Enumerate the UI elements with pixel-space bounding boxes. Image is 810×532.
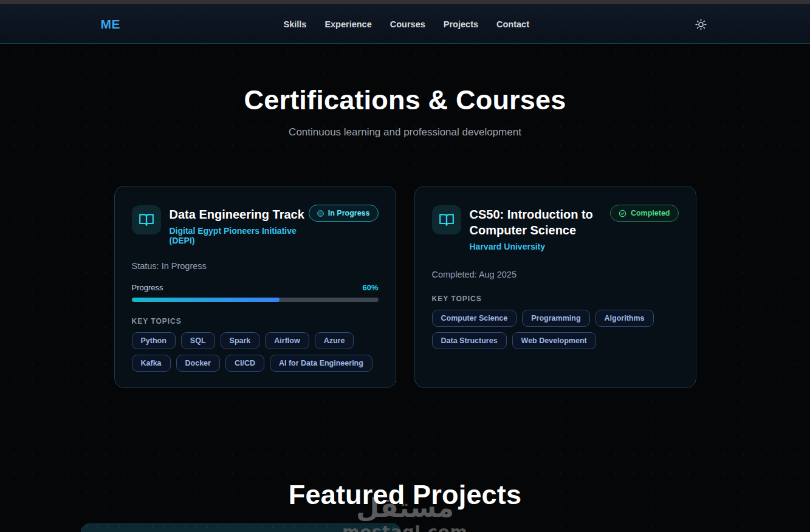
topic-chip: SQL: [181, 332, 215, 349]
card-organization: Digital Egypt Pioneers Initiative (DEPI): [170, 226, 309, 245]
topic-chip: Spark: [221, 332, 260, 349]
window-top-strip: [0, 0, 810, 5]
nav-links: Skills Experience Courses Projects Conta…: [283, 19, 529, 29]
status-text: Status: In Progress: [132, 261, 379, 271]
certification-cards-row: Data Engineering Track Digital Egypt Pio…: [114, 186, 696, 388]
certification-card-cs50: CS50: Introduction to Computer Science H…: [414, 186, 696, 388]
certifications-section: Certifications & Courses Continuous lear…: [0, 44, 810, 388]
theme-toggle-button[interactable]: [693, 16, 710, 33]
nav-link-projects[interactable]: Projects: [444, 19, 478, 29]
projects-section: مستقل mostaql.com Featured Projects: [0, 480, 810, 509]
nav-link-experience[interactable]: Experience: [324, 19, 371, 29]
card-title: CS50: Introduction to Computer Science: [470, 206, 610, 238]
topic-chip: AI for Data Engineering: [270, 355, 372, 372]
page: ME Skills Experience Courses Projects Co…: [0, 0, 810, 532]
check-circle-icon: [619, 210, 626, 217]
project-card-partial: [81, 523, 401, 532]
progress-percent: 60%: [362, 283, 378, 292]
topic-chip: Docker: [176, 355, 220, 372]
topic-chip: Programming: [522, 310, 589, 327]
topic-chip-list: Computer ScienceProgrammingAlgorithmsDat…: [432, 310, 679, 349]
topic-chip: Algorithms: [595, 310, 654, 327]
nav-link-courses[interactable]: Courses: [390, 19, 425, 29]
card-organization: Harvard University: [470, 242, 610, 251]
progress-label: Progress: [132, 283, 163, 292]
book-icon: [432, 205, 461, 234]
topic-chip: Azure: [315, 332, 354, 349]
topic-chip: Data Structures: [432, 332, 507, 349]
card-title: Data Engineering Track: [170, 206, 309, 222]
certifications-title: Certifications & Courses: [0, 86, 810, 114]
key-topics-label: KEY TOPICS: [432, 295, 679, 303]
topic-chip: Computer Science: [432, 310, 517, 327]
progress-bar-track: [132, 298, 379, 302]
key-topics-label: KEY TOPICS: [132, 317, 379, 326]
certification-card-depi: Data Engineering Track Digital Egypt Pio…: [114, 186, 396, 388]
nav-link-skills[interactable]: Skills: [283, 19, 306, 29]
status-badge-in-progress: In Progress: [309, 205, 379, 222]
topic-chip: Kafka: [132, 355, 171, 372]
status-badge-completed: Completed: [610, 205, 679, 222]
topic-chip: Airflow: [265, 332, 309, 349]
logo[interactable]: ME: [101, 17, 121, 32]
sun-icon: [695, 19, 707, 30]
topic-chip: CI/CD: [225, 355, 264, 372]
topic-chip: Python: [132, 332, 176, 349]
navbar: ME Skills Experience Courses Projects Co…: [0, 5, 810, 44]
certifications-subtitle: Continuous learning and professional dev…: [0, 126, 810, 138]
topic-chip-list: PythonSQLSparkAirflowAzureKafkaDockerCI/…: [132, 332, 379, 372]
progress-block: Progress 60%: [132, 283, 379, 302]
status-text: Completed: Aug 2025: [432, 270, 679, 279]
book-icon: [132, 205, 161, 234]
loader-circle-icon: [317, 210, 324, 217]
nav-link-contact[interactable]: Contact: [496, 19, 529, 29]
projects-title: Featured Projects: [0, 480, 810, 509]
progress-bar-fill: [132, 298, 280, 302]
topic-chip: Web Development: [512, 332, 596, 349]
